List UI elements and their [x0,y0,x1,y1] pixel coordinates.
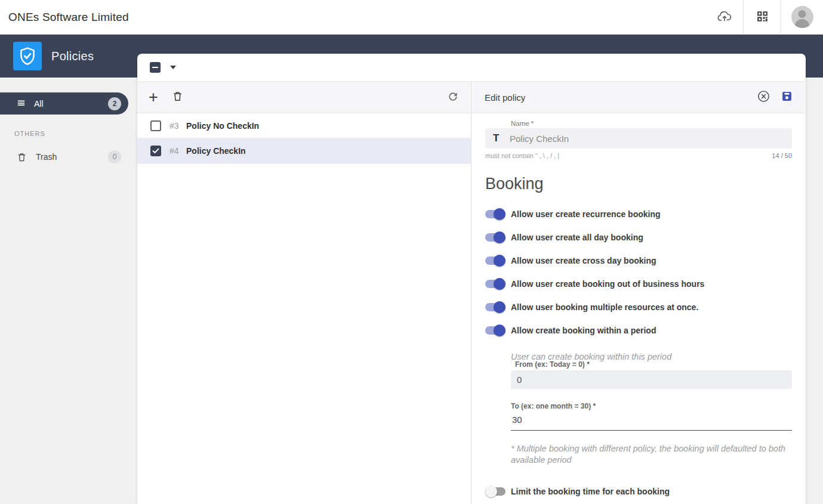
add-policy-button[interactable]: + [149,91,158,103]
toggle-booking-within-period[interactable] [485,324,505,336]
topbar-actions [706,0,823,34]
name-field-label: Name * [511,120,792,127]
sidebar-item-label: Trash [36,152,57,162]
policy-id: #4 [169,146,184,156]
to-input-value: 30 [512,415,522,425]
policy-name: Policy CheckIn [186,146,246,156]
toggle-label: Allow create booking within a period [511,326,656,335]
close-circle-icon [757,89,770,105]
toggle-label: Allow user create cross day booking [511,256,656,265]
section-title-booking: Booking [485,175,792,193]
toggle-label: Allow user booking multiple resources at… [511,302,698,312]
sidebar-item-label: All [34,99,44,109]
toggle-recurrence-booking[interactable] [485,208,505,220]
row-checkbox[interactable] [150,120,161,131]
sidebar-section-label: OTHERS [14,130,137,137]
row-checkbox[interactable] [150,146,161,156]
policy-row-3[interactable]: #3 Policy No CheckIn [137,113,471,138]
from-input-value: 0 [517,375,522,385]
edit-policy-panel: Edit policy [471,82,806,504]
to-input[interactable]: 30 [511,410,792,431]
qr-scan-button[interactable] [744,0,781,34]
chevron-down-icon[interactable] [170,66,176,69]
refresh-icon [447,91,459,104]
toggle-limit-booking-time[interactable] [485,486,505,497]
to-field-label: To (ex: one month = 30) * [511,402,792,410]
sidebar: All 2 OTHERS Trash 0 [0,78,137,504]
toggle-multiple-resources[interactable] [485,301,505,313]
toggle-row: Allow create booking within a period [485,324,792,336]
text-type-icon: T [491,132,510,144]
page-title: Policies [51,50,94,63]
period-note-text: * Multiple booking with different policy… [511,443,792,466]
from-field-label: From (ex: Today = 0) * [515,360,792,369]
shield-check-icon [13,42,42,70]
char-counter: 14 / 50 [772,152,792,159]
close-button[interactable] [757,89,770,105]
trash-icon [172,91,183,104]
check-icon [151,146,161,158]
save-button[interactable] [781,90,793,104]
list-actions-bar: + [137,82,471,113]
sidebar-item-trash[interactable]: Trash 0 [0,147,128,167]
user-avatar[interactable] [791,6,813,28]
sidebar-item-all[interactable]: All 2 [0,92,128,115]
toggle-row: Allow user create booking out of busines… [485,278,792,290]
trash-icon [17,152,27,162]
company-title: ONEs Software Limited [8,11,129,24]
toggle-row: Limit the booking time for each booking [485,486,792,497]
count-badge: 2 [108,97,121,110]
toggle-label: Allow user create recurrence booking [511,209,661,219]
count-badge: 0 [108,150,121,163]
policy-name: Policy No CheckIn [186,121,259,131]
name-input-value: Policy CheckIn [510,134,569,144]
top-bar: ONEs Software Limited [0,0,823,35]
toggle-label: Allow user create all day booking [511,233,643,242]
refresh-button[interactable] [447,91,459,104]
selection-toolbar [137,54,806,82]
list-icon [16,98,26,109]
toggle-out-of-business-hours[interactable] [485,278,505,290]
toggle-label: Allow user create booking out of busines… [511,279,704,289]
toggle-row: Allow user create cross day booking [485,255,792,267]
toggle-row: Allow user create all day booking [485,231,792,243]
policy-row-4[interactable]: #4 Policy CheckIn [137,138,471,163]
toggle-row: Allow user create recurrence booking [485,208,792,220]
delete-policy-button[interactable] [172,91,183,104]
policy-list-panel: + [137,82,471,504]
edit-form: Name * T Policy CheckIn must not contain… [471,113,806,504]
name-helper-text: must not contain " , \ , / , | [485,152,559,159]
toggle-cross-day-booking[interactable] [485,255,505,267]
edit-panel-header: Edit policy [471,82,806,113]
panel-title: Edit policy [485,92,525,103]
policy-id: #3 [169,121,184,131]
toggle-all-day-booking[interactable] [485,231,505,243]
content-card: + [137,54,806,504]
name-input[interactable]: T Policy CheckIn [485,128,792,149]
save-floppy-icon [781,90,793,104]
qr-scan-icon [755,9,770,26]
toggle-label: Limit the booking time for each booking [511,487,670,496]
period-settings: User can create booking within this peri… [511,353,792,466]
cloud-upload-icon [717,8,732,26]
cloud-upload-button[interactable] [706,0,743,34]
select-all-checkbox[interactable] [150,62,161,73]
from-input[interactable]: 0 [511,370,792,389]
toggle-row: Allow user booking multiple resources at… [485,301,792,313]
plus-icon: + [149,91,158,103]
